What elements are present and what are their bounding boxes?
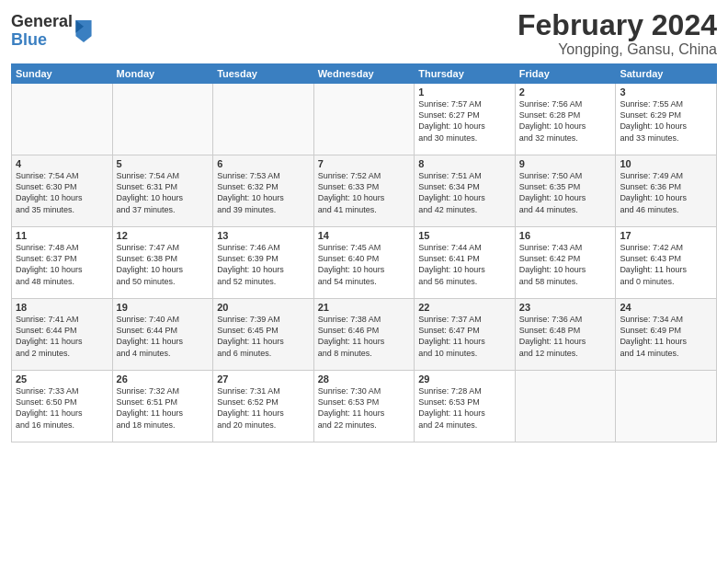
- day-number: 18: [16, 302, 108, 313]
- day-number: 17: [620, 230, 712, 241]
- day-number: 29: [418, 373, 511, 385]
- cell-info: Sunrise: 7:49 AM Sunset: 6:36 PM Dayligh…: [620, 170, 712, 215]
- day-number: 20: [217, 302, 310, 313]
- logo-general: General: [11, 12, 73, 30]
- cell-info: Sunrise: 7:28 AM Sunset: 6:53 PM Dayligh…: [418, 385, 511, 431]
- cell-info: Sunrise: 7:31 AM Sunset: 6:52 PM Dayligh…: [217, 385, 310, 431]
- calendar-week-row: 18Sunrise: 7:41 AM Sunset: 6:44 PM Dayli…: [12, 299, 717, 371]
- cell-info: Sunrise: 7:41 AM Sunset: 6:44 PM Dayligh…: [16, 314, 108, 359]
- calendar-cell: 4Sunrise: 7:54 AM Sunset: 6:30 PM Daylig…: [12, 155, 113, 227]
- cell-info: Sunrise: 7:54 AM Sunset: 6:31 PM Dayligh…: [117, 170, 210, 215]
- day-number: 19: [117, 302, 210, 313]
- calendar-cell: 3Sunrise: 7:55 AM Sunset: 6:29 PM Daylig…: [616, 84, 717, 155]
- calendar-cell: 8Sunrise: 7:51 AM Sunset: 6:34 PM Daylig…: [415, 155, 516, 227]
- cell-info: Sunrise: 7:36 AM Sunset: 6:48 PM Dayligh…: [519, 314, 612, 359]
- day-number: 11: [16, 230, 108, 241]
- calendar-cell: 17Sunrise: 7:42 AM Sunset: 6:43 PM Dayli…: [616, 227, 717, 299]
- calendar-cell: [515, 371, 616, 442]
- day-number: 9: [519, 158, 612, 169]
- calendar-cell: 23Sunrise: 7:36 AM Sunset: 6:48 PM Dayli…: [515, 299, 616, 371]
- day-number: 28: [318, 373, 411, 385]
- cell-info: Sunrise: 7:40 AM Sunset: 6:44 PM Dayligh…: [117, 314, 210, 359]
- day-number: 23: [519, 302, 612, 313]
- calendar-cell: 19Sunrise: 7:40 AM Sunset: 6:44 PM Dayli…: [112, 299, 213, 371]
- calendar-table: SundayMondayTuesdayWednesdayThursdayFrid…: [11, 63, 717, 442]
- calendar-cell: 7Sunrise: 7:52 AM Sunset: 6:33 PM Daylig…: [313, 155, 415, 227]
- calendar-week-row: 11Sunrise: 7:48 AM Sunset: 6:37 PM Dayli…: [12, 227, 717, 299]
- weekday-header: Monday: [112, 64, 213, 84]
- calendar-cell: 13Sunrise: 7:46 AM Sunset: 6:39 PM Dayli…: [213, 227, 314, 299]
- calendar-cell: 24Sunrise: 7:34 AM Sunset: 6:49 PM Dayli…: [616, 299, 717, 371]
- day-number: 26: [117, 373, 210, 385]
- day-number: 3: [620, 86, 712, 98]
- day-number: 10: [620, 158, 712, 169]
- logo-blue: Blue: [11, 30, 47, 49]
- day-number: 8: [418, 158, 511, 169]
- day-number: 7: [318, 158, 411, 169]
- cell-info: Sunrise: 7:54 AM Sunset: 6:30 PM Dayligh…: [16, 170, 108, 215]
- calendar-cell: [616, 371, 717, 442]
- calendar-cell: 11Sunrise: 7:48 AM Sunset: 6:37 PM Dayli…: [12, 227, 113, 299]
- month-title: February 2024: [518, 9, 717, 41]
- cell-info: Sunrise: 7:53 AM Sunset: 6:32 PM Dayligh…: [217, 170, 310, 215]
- weekday-header: Thursday: [415, 64, 516, 84]
- calendar-cell: 29Sunrise: 7:28 AM Sunset: 6:53 PM Dayli…: [415, 371, 516, 442]
- calendar-cell: 18Sunrise: 7:41 AM Sunset: 6:44 PM Dayli…: [12, 299, 113, 371]
- cell-info: Sunrise: 7:38 AM Sunset: 6:46 PM Dayligh…: [318, 314, 411, 359]
- day-number: 6: [217, 158, 310, 169]
- day-number: 5: [117, 158, 210, 169]
- weekday-header: Tuesday: [213, 64, 314, 84]
- day-number: 21: [318, 302, 411, 313]
- cell-info: Sunrise: 7:46 AM Sunset: 6:39 PM Dayligh…: [217, 242, 310, 287]
- cell-info: Sunrise: 7:45 AM Sunset: 6:40 PM Dayligh…: [318, 242, 411, 287]
- weekday-header: Saturday: [616, 64, 717, 84]
- calendar-cell: 27Sunrise: 7:31 AM Sunset: 6:52 PM Dayli…: [213, 371, 314, 442]
- calendar-cell: 10Sunrise: 7:49 AM Sunset: 6:36 PM Dayli…: [616, 155, 717, 227]
- cell-info: Sunrise: 7:43 AM Sunset: 6:42 PM Dayligh…: [519, 242, 612, 287]
- calendar-cell: 25Sunrise: 7:33 AM Sunset: 6:50 PM Dayli…: [12, 371, 113, 442]
- logo: General Blue: [11, 13, 93, 50]
- cell-info: Sunrise: 7:51 AM Sunset: 6:34 PM Dayligh…: [418, 170, 511, 215]
- calendar-cell: 21Sunrise: 7:38 AM Sunset: 6:46 PM Dayli…: [313, 299, 415, 371]
- title-block: February 2024 Yongping, Gansu, China: [518, 9, 717, 58]
- calendar-body: 1Sunrise: 7:57 AM Sunset: 6:27 PM Daylig…: [12, 84, 717, 442]
- calendar-cell: 28Sunrise: 7:30 AM Sunset: 6:53 PM Dayli…: [313, 371, 415, 442]
- calendar-cell: 15Sunrise: 7:44 AM Sunset: 6:41 PM Dayli…: [415, 227, 516, 299]
- calendar-cell: 1Sunrise: 7:57 AM Sunset: 6:27 PM Daylig…: [415, 84, 516, 155]
- cell-info: Sunrise: 7:30 AM Sunset: 6:53 PM Dayligh…: [318, 385, 411, 431]
- day-number: 13: [217, 230, 310, 241]
- cell-info: Sunrise: 7:52 AM Sunset: 6:33 PM Dayligh…: [318, 170, 411, 215]
- calendar-cell: 14Sunrise: 7:45 AM Sunset: 6:40 PM Dayli…: [313, 227, 415, 299]
- day-number: 16: [519, 230, 612, 241]
- header: General Blue February 2024 Yongping, Gan…: [11, 9, 717, 58]
- calendar-cell: 2Sunrise: 7:56 AM Sunset: 6:28 PM Daylig…: [515, 84, 616, 155]
- cell-info: Sunrise: 7:55 AM Sunset: 6:29 PM Dayligh…: [620, 98, 712, 144]
- day-number: 12: [117, 230, 210, 241]
- logo-icon: [74, 20, 93, 42]
- cell-info: Sunrise: 7:42 AM Sunset: 6:43 PM Dayligh…: [620, 242, 712, 287]
- day-number: 24: [620, 302, 712, 313]
- day-number: 25: [16, 373, 108, 385]
- calendar-cell: 5Sunrise: 7:54 AM Sunset: 6:31 PM Daylig…: [112, 155, 213, 227]
- calendar-week-row: 1Sunrise: 7:57 AM Sunset: 6:27 PM Daylig…: [12, 84, 717, 155]
- calendar-cell: 20Sunrise: 7:39 AM Sunset: 6:45 PM Dayli…: [213, 299, 314, 371]
- calendar-cell: 22Sunrise: 7:37 AM Sunset: 6:47 PM Dayli…: [415, 299, 516, 371]
- cell-info: Sunrise: 7:33 AM Sunset: 6:50 PM Dayligh…: [16, 385, 108, 431]
- cell-info: Sunrise: 7:56 AM Sunset: 6:28 PM Dayligh…: [519, 98, 612, 144]
- cell-info: Sunrise: 7:50 AM Sunset: 6:35 PM Dayligh…: [519, 170, 612, 215]
- location-title: Yongping, Gansu, China: [518, 41, 717, 58]
- calendar-cell: [112, 84, 213, 155]
- cell-info: Sunrise: 7:34 AM Sunset: 6:49 PM Dayligh…: [620, 314, 712, 359]
- calendar-cell: 9Sunrise: 7:50 AM Sunset: 6:35 PM Daylig…: [515, 155, 616, 227]
- cell-info: Sunrise: 7:32 AM Sunset: 6:51 PM Dayligh…: [117, 385, 210, 431]
- weekday-header: Friday: [515, 64, 616, 84]
- weekday-header: Wednesday: [313, 64, 415, 84]
- calendar-cell: 16Sunrise: 7:43 AM Sunset: 6:42 PM Dayli…: [515, 227, 616, 299]
- calendar-week-row: 4Sunrise: 7:54 AM Sunset: 6:30 PM Daylig…: [12, 155, 717, 227]
- day-number: 14: [318, 230, 411, 241]
- cell-info: Sunrise: 7:57 AM Sunset: 6:27 PM Dayligh…: [418, 98, 511, 144]
- cell-info: Sunrise: 7:44 AM Sunset: 6:41 PM Dayligh…: [418, 242, 511, 287]
- calendar-cell: 12Sunrise: 7:47 AM Sunset: 6:38 PM Dayli…: [112, 227, 213, 299]
- calendar-cell: 26Sunrise: 7:32 AM Sunset: 6:51 PM Dayli…: [112, 371, 213, 442]
- day-number: 1: [418, 86, 511, 98]
